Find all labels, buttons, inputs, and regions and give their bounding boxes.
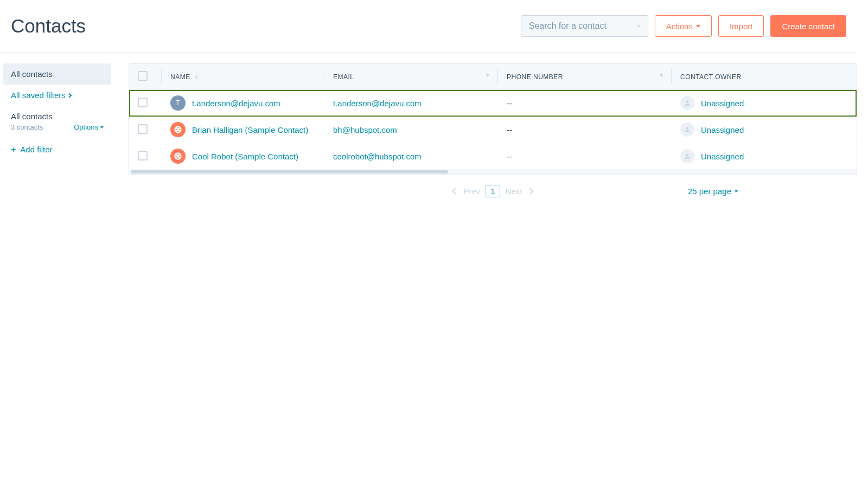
sort-icon — [660, 73, 663, 77]
col-header-checkbox — [129, 64, 162, 90]
contact-email[interactable]: bh@hubspot.com — [333, 125, 397, 134]
avatar — [170, 122, 186, 137]
col-header-phone[interactable]: PHONE NUMBER — [498, 64, 672, 90]
options-label: Options — [74, 123, 98, 131]
per-page-select[interactable]: 25 per page — [688, 187, 738, 196]
select-all-checkbox[interactable] — [138, 71, 148, 81]
sidebar-link-saved-filters[interactable]: All saved filters — [3, 85, 111, 106]
chevron-left-icon[interactable] — [452, 188, 459, 195]
per-page-label: 25 per page — [688, 187, 731, 196]
filter-heading: All contacts — [11, 112, 104, 121]
table-row[interactable]: Cool Robot (Sample Contact)coolrobot@hub… — [129, 143, 857, 170]
contact-owner[interactable]: Unassigned — [701, 152, 744, 161]
header-actions: Actions Import Create contact — [521, 15, 846, 37]
import-label: Import — [730, 22, 753, 31]
row-checkbox[interactable] — [138, 151, 148, 160]
add-filter-button[interactable]: + Add filter — [3, 137, 111, 162]
search-input[interactable] — [529, 21, 637, 31]
contacts-table-wrap: NAME EMAIL PHONE NUMBER — [129, 63, 857, 175]
col-header-email[interactable]: EMAIL — [324, 64, 498, 90]
horizontal-scrollbar[interactable] — [129, 169, 857, 175]
contact-name[interactable]: Brian Halligan (Sample Contact) — [192, 125, 308, 134]
row-checkbox[interactable] — [138, 124, 148, 134]
saved-filters-label: All saved filters — [11, 91, 66, 100]
actions-label: Actions — [666, 22, 693, 31]
contact-phone: -- — [507, 152, 512, 161]
owner-avatar-icon — [680, 123, 694, 137]
contact-email[interactable]: t.anderson@dejavu.com — [333, 99, 422, 108]
col-header-name[interactable]: NAME — [162, 64, 324, 90]
prev-button[interactable]: Prev — [463, 187, 480, 196]
scrollbar-thumb[interactable] — [131, 170, 448, 174]
page-header: Contacts Actions Import Create contact — [0, 0, 857, 53]
caret-down-icon — [735, 190, 738, 192]
contact-phone: -- — [507, 125, 512, 134]
contact-phone: -- — [507, 99, 512, 108]
caret-down-icon — [100, 126, 104, 129]
row-checkbox[interactable] — [138, 98, 148, 107]
page-title: Contacts — [11, 15, 521, 37]
sidebar: All contacts All saved filters All conta… — [0, 63, 111, 207]
contact-name[interactable]: Cool Robot (Sample Contact) — [192, 152, 298, 161]
sort-icon — [195, 75, 198, 79]
search-box[interactable] — [521, 15, 648, 37]
create-contact-label: Create contact — [782, 22, 835, 31]
sort-icon — [486, 73, 489, 77]
pagination: Prev 1 Next 25 per page — [129, 175, 857, 207]
contact-email[interactable]: coolrobot@hubspot.com — [333, 152, 422, 161]
owner-avatar-icon — [680, 149, 694, 163]
sidebar-filter-section: All contacts 3 contacts Options — [3, 106, 111, 137]
actions-button[interactable]: Actions — [655, 15, 712, 37]
table-row[interactable]: Tt.anderson@dejavu.comt.anderson@dejavu.… — [129, 90, 857, 117]
table-row[interactable]: Brian Halligan (Sample Contact)bh@hubspo… — [129, 117, 857, 143]
contact-owner[interactable]: Unassigned — [701, 125, 744, 134]
contact-owner[interactable]: Unassigned — [701, 99, 744, 108]
add-filter-label: Add filter — [20, 145, 52, 154]
options-link[interactable]: Options — [74, 123, 104, 131]
create-contact-button[interactable]: Create contact — [770, 15, 846, 37]
avatar — [170, 149, 186, 164]
col-header-owner[interactable]: CONTACT OWNER — [672, 64, 857, 90]
page-number[interactable]: 1 — [486, 185, 500, 197]
plus-icon: + — [11, 145, 16, 154]
avatar: T — [170, 95, 186, 111]
sidebar-item-all-contacts[interactable]: All contacts — [3, 63, 111, 85]
owner-avatar-icon — [680, 96, 694, 110]
import-button[interactable]: Import — [718, 15, 764, 37]
contact-count: 3 contacts — [11, 123, 43, 131]
chevron-right-icon[interactable] — [527, 188, 534, 195]
next-button[interactable]: Next — [506, 187, 522, 196]
contacts-table: NAME EMAIL PHONE NUMBER — [129, 64, 857, 169]
search-icon — [637, 22, 640, 30]
chevron-right-icon — [67, 93, 72, 97]
caret-down-icon — [696, 25, 700, 28]
main-content: NAME EMAIL PHONE NUMBER — [129, 63, 857, 207]
contact-name[interactable]: t.anderson@dejavu.com — [192, 99, 280, 108]
